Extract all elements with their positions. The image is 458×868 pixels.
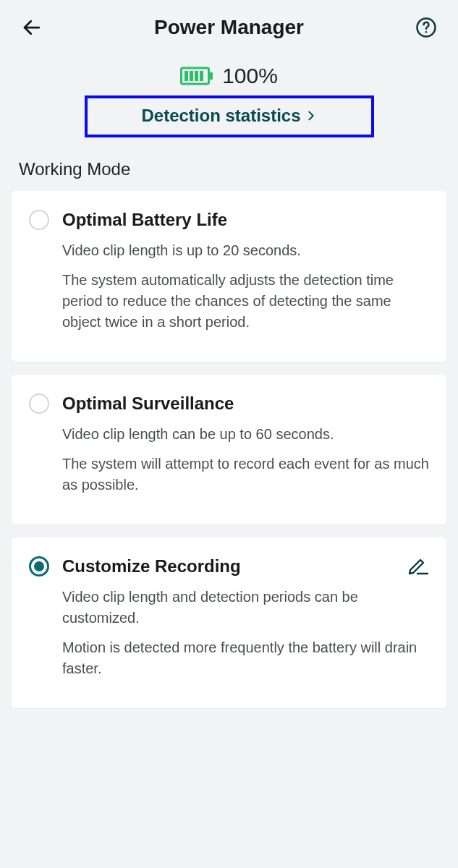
battery-full-icon — [180, 66, 213, 86]
mode-desc-line: The system automatically adjusts the det… — [62, 270, 429, 333]
mode-desc-line: The system will attempt to record each e… — [62, 454, 429, 495]
chevron-right-icon — [305, 109, 317, 123]
help-icon — [415, 17, 437, 38]
svg-rect-4 — [210, 72, 213, 80]
pencil-icon — [407, 556, 429, 575]
svg-rect-7 — [195, 71, 198, 81]
battery-percent: 100% — [222, 64, 278, 88]
back-button[interactable] — [17, 13, 46, 42]
svg-rect-5 — [185, 71, 188, 81]
svg-rect-6 — [190, 71, 193, 81]
mode-title: Optimal Surveillance — [62, 393, 234, 414]
detection-statistics-label: Detection statistics — [141, 106, 300, 126]
radio-unselected[interactable] — [29, 210, 49, 230]
help-button[interactable] — [412, 13, 441, 42]
battery-status: 100% — [0, 64, 458, 88]
mode-title: Optimal Battery Life — [62, 210, 227, 230]
mode-desc-line: Video clip length and detection periods … — [62, 587, 429, 629]
mode-option-optimal-surveillance[interactable]: Optimal Surveillance Video clip length c… — [12, 375, 446, 524]
header: Power Manager — [0, 0, 458, 51]
mode-desc-line: Motion is detected more frequently the b… — [62, 637, 429, 679]
detection-statistics-link[interactable]: Detection statistics — [85, 95, 374, 137]
mode-option-optimal-battery[interactable]: Optimal Battery Life Video clip length i… — [12, 191, 446, 362]
radio-unselected[interactable] — [29, 393, 49, 414]
svg-rect-8 — [200, 71, 203, 81]
mode-desc-line: Video clip length is up to 20 seconds. — [62, 240, 429, 261]
page-title: Power Manager — [46, 16, 412, 39]
mode-option-customize-recording[interactable]: Customize Recording Video clip length an… — [12, 537, 446, 708]
mode-desc-line: Video clip length can be up to 60 second… — [62, 424, 429, 445]
edit-button[interactable] — [407, 556, 429, 575]
working-mode-label: Working Mode — [19, 159, 458, 179]
mode-title: Customize Recording — [62, 556, 241, 576]
radio-selected[interactable] — [29, 556, 49, 576]
arrow-left-icon — [21, 17, 43, 38]
svg-point-2 — [425, 31, 428, 33]
